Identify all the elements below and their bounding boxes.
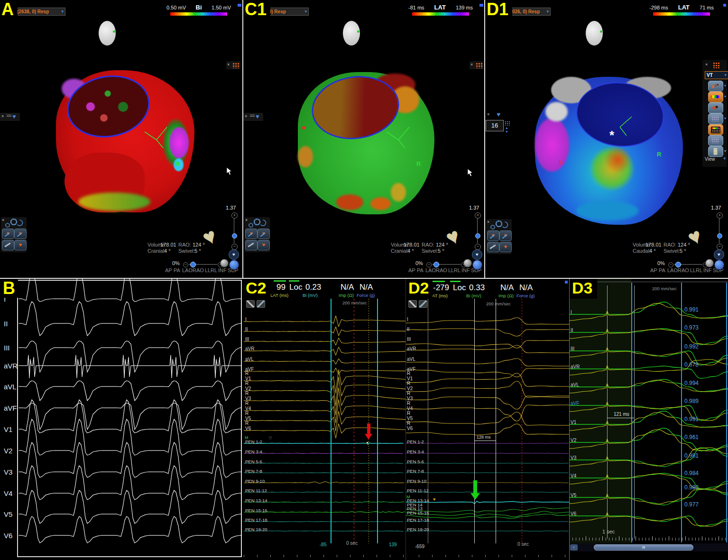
fill-slider-knob[interactable] bbox=[433, 262, 439, 267]
heart-view-button[interactable]: ♥ bbox=[714, 249, 724, 260]
zoom-slider-knob[interactable] bbox=[475, 233, 480, 239]
caliper-line-left[interactable] bbox=[331, 299, 332, 543]
toolbar-button-1[interactable] bbox=[708, 81, 723, 92]
view-button-pa[interactable]: PA bbox=[659, 268, 665, 273]
grid-icon[interactable] bbox=[505, 121, 510, 126]
edit-point-button[interactable]: ♥ bbox=[14, 229, 27, 239]
close-icon[interactable]: × bbox=[227, 62, 230, 67]
view-button-inf[interactable]: INF bbox=[703, 268, 712, 273]
ablate-button[interactable] bbox=[2, 240, 14, 250]
window-corner-icon[interactable] bbox=[723, 4, 726, 7]
scrollbar-left-button[interactable]: ‹ bbox=[570, 544, 578, 551]
window-corner-icon[interactable] bbox=[565, 281, 568, 284]
view-button-ll[interactable]: LL bbox=[690, 268, 696, 273]
sphere-view-button[interactable] bbox=[220, 259, 229, 267]
view-button-lao[interactable]: LAO bbox=[667, 268, 678, 273]
sphere-view-button[interactable] bbox=[463, 259, 472, 267]
close-icon[interactable]: × bbox=[245, 114, 247, 119]
view-button-rl[interactable]: RL bbox=[211, 268, 217, 273]
toolbar-button-3[interactable] bbox=[708, 102, 723, 113]
sync-line-blue-left[interactable] bbox=[631, 283, 632, 542]
window-corner-icon[interactable] bbox=[239, 4, 241, 7]
grid-icon[interactable] bbox=[712, 62, 720, 68]
map-selector-dropdown-d1[interactable]: (1026, 0) Resp ▾ bbox=[506, 8, 551, 16]
zoom-slider-knob[interactable] bbox=[717, 233, 722, 239]
zoom-slider-track[interactable] bbox=[719, 219, 719, 243]
view-button-ap[interactable]: AP bbox=[650, 268, 657, 273]
fill-slider-knob[interactable] bbox=[675, 262, 681, 267]
globe-view-button[interactable] bbox=[714, 260, 724, 270]
heart-button[interactable]: ♥ bbox=[499, 242, 512, 252]
toolbar-button-6[interactable] bbox=[708, 135, 723, 146]
map-selector-dropdown-a[interactable]: (2638, 0) Resp ▾ bbox=[15, 8, 65, 16]
zoom-slider-track[interactable] bbox=[234, 219, 234, 243]
ablate-button[interactable] bbox=[245, 240, 258, 250]
spin-down-icon[interactable]: ▼ bbox=[505, 130, 508, 133]
zoom-slider-knob[interactable] bbox=[232, 233, 237, 239]
view-button-rao[interactable]: RAO bbox=[193, 268, 204, 273]
view-button-ll[interactable]: LL bbox=[205, 268, 211, 273]
zoom-in-button[interactable]: + bbox=[475, 212, 481, 219]
winged-heart-icon[interactable]: ♥ bbox=[497, 111, 500, 118]
grid-icon[interactable] bbox=[232, 62, 239, 68]
zoom-out-button[interactable]: − bbox=[475, 244, 481, 250]
edit-point-button[interactable]: ♥ bbox=[258, 229, 270, 239]
tool-icon[interactable] bbox=[257, 300, 265, 308]
view-dropdown[interactable]: View ▾ bbox=[705, 156, 726, 162]
tool-icon[interactable] bbox=[246, 300, 255, 308]
scrollbar-thumb[interactable]: III bbox=[594, 544, 693, 551]
view-button-pa[interactable]: PA bbox=[174, 268, 180, 273]
chevron-down-icon[interactable]: ▾ bbox=[724, 149, 726, 153]
globe-view-button[interactable] bbox=[472, 260, 482, 270]
view-button-ll[interactable]: LL bbox=[448, 268, 454, 273]
tag-point-button[interactable]: ♥ bbox=[2, 229, 14, 239]
caliper-gray-right[interactable] bbox=[634, 285, 635, 539]
sphere-view-button[interactable] bbox=[705, 259, 714, 267]
tool-icon[interactable] bbox=[419, 300, 427, 308]
toolbar-button-2[interactable] bbox=[708, 92, 723, 102]
map-type-dropdown[interactable]: VT ▾ bbox=[705, 71, 728, 79]
caliper-line-right[interactable] bbox=[496, 299, 496, 543]
toolbar-button-4[interactable] bbox=[708, 113, 723, 124]
fill-slider-knob[interactable] bbox=[190, 262, 196, 267]
ablate-button[interactable] bbox=[487, 242, 499, 252]
sync-line-blue-right[interactable] bbox=[726, 283, 727, 542]
fill-minus-button[interactable]: − bbox=[183, 262, 188, 267]
view-button-pa[interactable]: PA bbox=[417, 268, 424, 273]
view-button-rl[interactable]: RL bbox=[696, 268, 702, 273]
beat-number-spinbox[interactable]: 16 bbox=[486, 120, 504, 131]
tag-point-button[interactable]: ♥ bbox=[245, 229, 258, 239]
zoom-out-button[interactable]: − bbox=[231, 244, 238, 250]
view-button-rl[interactable]: RL bbox=[454, 268, 461, 273]
sync-line-blue-mid[interactable] bbox=[681, 283, 682, 542]
caliper-line-left[interactable] bbox=[474, 299, 475, 543]
tag-point-button[interactable]: ♥ bbox=[487, 230, 499, 241]
spin-up-icon[interactable]: ▲ bbox=[505, 126, 508, 129]
toolbar-button-7[interactable] bbox=[708, 146, 723, 157]
zoom-in-button[interactable]: + bbox=[231, 212, 238, 219]
chevron-down-icon[interactable]: ▾ bbox=[724, 94, 726, 99]
toolbar-button-5[interactable] bbox=[708, 124, 723, 135]
window-corner-icon[interactable] bbox=[480, 4, 483, 7]
view-button-inf[interactable]: INF bbox=[218, 268, 227, 273]
fill-minus-button[interactable]: − bbox=[426, 262, 432, 267]
zoom-in-button[interactable]: + bbox=[717, 212, 723, 219]
heart-button[interactable]: ♥ bbox=[258, 240, 270, 250]
view-button-rao[interactable]: RAO bbox=[436, 268, 447, 273]
heart-view-button[interactable]: ♥ bbox=[472, 249, 482, 260]
winged-heart-icon[interactable]: ♥ bbox=[256, 113, 259, 119]
tool-icon[interactable] bbox=[408, 300, 417, 308]
edit-point-button[interactable]: ♥ bbox=[499, 230, 512, 241]
winged-heart-icon[interactable]: ♥ bbox=[12, 113, 16, 119]
view-button-lao[interactable]: LAO bbox=[182, 268, 193, 273]
close-icon[interactable]: × bbox=[1, 114, 4, 119]
close-icon[interactable]: × bbox=[705, 62, 708, 67]
zoom-slider-track[interactable] bbox=[477, 219, 478, 243]
zoom-out-button[interactable]: − bbox=[717, 244, 723, 250]
caliper-line-right[interactable] bbox=[377, 299, 378, 543]
grid-icon[interactable] bbox=[475, 62, 482, 68]
view-button-inf[interactable]: INF bbox=[461, 268, 470, 273]
heart-button[interactable]: ♥ bbox=[14, 240, 27, 250]
view-button-rao[interactable]: RAO bbox=[678, 268, 689, 273]
chevron-down-icon[interactable]: ▾ bbox=[724, 116, 726, 120]
